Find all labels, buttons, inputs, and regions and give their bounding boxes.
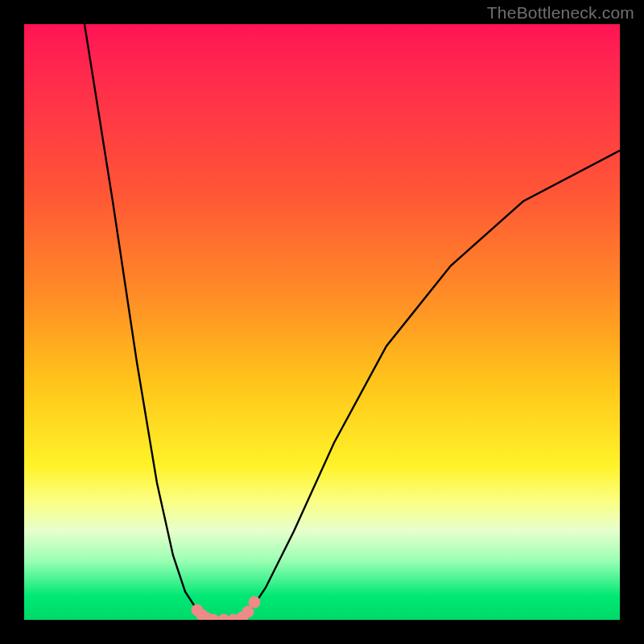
outer-frame: TheBottleneck.com xyxy=(0,0,644,644)
bottleneck-curve-left xyxy=(85,24,211,620)
highlight-dot xyxy=(249,597,261,609)
highlight-dots-group xyxy=(192,597,261,621)
gradient-plot-area xyxy=(24,24,620,620)
bottleneck-curve-right xyxy=(240,151,620,620)
watermark-text: TheBottleneck.com xyxy=(487,3,634,23)
curve-svg xyxy=(24,24,620,620)
